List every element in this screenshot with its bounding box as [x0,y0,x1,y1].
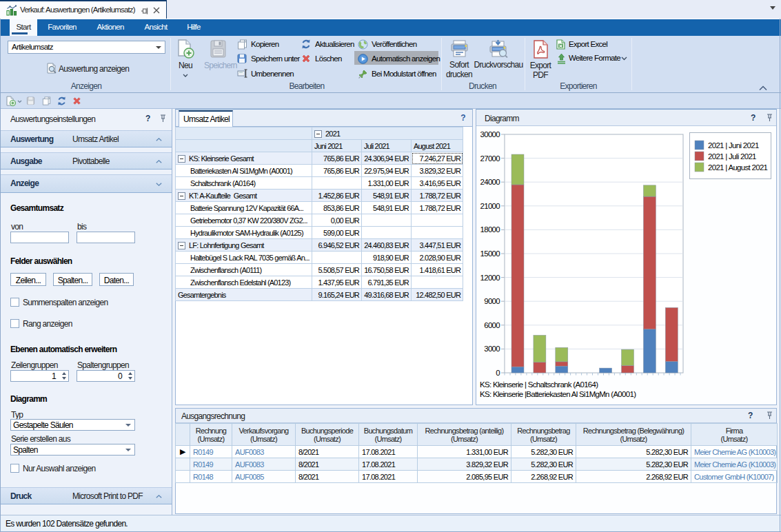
svg-text:27000: 27000 [480,154,500,163]
svg-text:2021 | Juli 2021: 2021 | Juli 2021 [708,152,756,161]
svg-text:9000: 9000 [484,297,500,305]
svg-text:3000: 3000 [484,345,500,353]
svg-text:2021 | August 2021: 2021 | August 2021 [708,163,768,172]
svg-text:24000: 24000 [480,178,500,186]
svg-text:21000: 21000 [480,202,500,210]
svg-text:KS: Kleinserie |Batteriekasten: KS: Kleinserie |Batteriekasten Al Si1MgM… [480,390,636,398]
svg-text:KS: Kleinserie | Schaltschrank: KS: Kleinserie | Schaltschrank (A0164) [480,380,598,389]
svg-text:18000: 18000 [480,225,500,234]
svg-text:2021 | Juni 2021: 2021 | Juni 2021 [708,141,759,150]
svg-text:6000: 6000 [484,321,500,329]
svg-text:12000: 12000 [480,274,500,282]
svg-text:30000: 30000 [480,130,500,139]
svg-text:15000: 15000 [480,249,500,258]
svg-text:0: 0 [496,369,500,377]
